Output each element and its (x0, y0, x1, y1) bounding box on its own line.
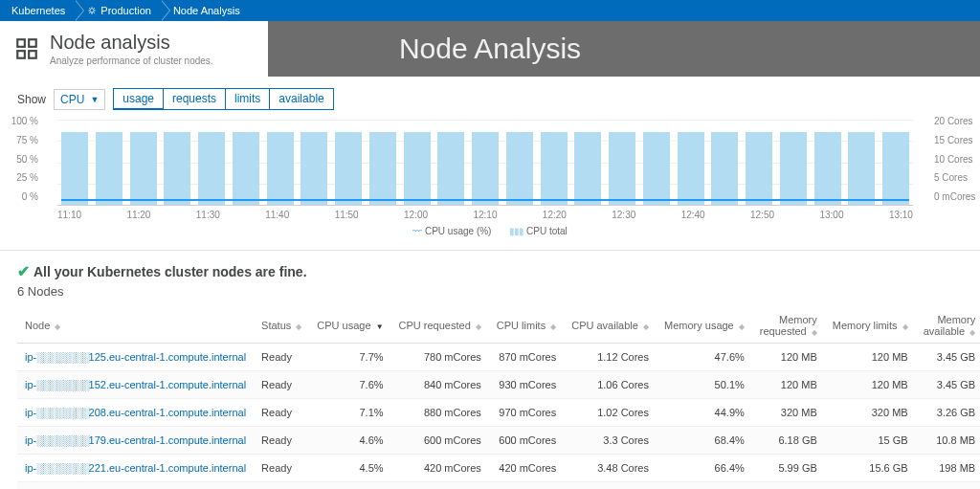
chart-bars (61, 120, 909, 205)
col-memory-usage[interactable]: Memory usage ◆ (657, 308, 752, 344)
col-memory-requested[interactable]: Memoryrequested ◆ (752, 308, 825, 344)
cpu-lim-cell: 680 mCores (489, 482, 564, 490)
x-tick: 12:20 (543, 210, 567, 220)
tab-usage[interactable]: usage (114, 89, 164, 110)
check-icon: ✔ (17, 262, 30, 280)
bar-series-icon: ▮▮▮ (509, 226, 523, 236)
cpu-usage-cell: 7.6% (309, 371, 390, 399)
cpu-req-cell: 600 mCores (391, 427, 489, 455)
crumb-node-analysis[interactable]: Node Analysis (169, 0, 250, 21)
breadcrumb: Kubernetes ⛭ Production Node Analysis (0, 0, 980, 21)
col-cpu-requested[interactable]: CPU requested ◆ (391, 308, 489, 344)
col-memory-available[interactable]: Memoryavailable ◆ (916, 308, 980, 344)
status-cell: Ready (254, 344, 309, 371)
node-link[interactable]: ip-░░░░░░░░208.eu-central-1.compute.inte… (25, 407, 246, 418)
chart-bar (746, 132, 772, 205)
y-right-tick: 15 Cores (934, 135, 980, 145)
x-tick: 13:10 (889, 210, 913, 220)
table-row: ip-░░░░░░░░125.eu-central-1.compute.inte… (17, 344, 980, 371)
tab-requests[interactable]: requests (164, 89, 226, 109)
cpu-lim-cell: 420 mCores (489, 455, 564, 482)
mem-usage-cell: 50.1% (657, 371, 752, 399)
mem-lim-cell: 15 GB (825, 427, 916, 455)
chart-bar (609, 132, 635, 205)
page-subtitle: Analyze performance of cluster nodes. (50, 56, 213, 66)
chart-bar (506, 132, 533, 205)
chart-bar (780, 132, 807, 205)
cpu-usage-cell: 7.7% (309, 344, 390, 371)
chart-bar (882, 132, 909, 205)
x-tick: 12:00 (404, 210, 428, 220)
table-row: ip-░░░░░░░░152.eu-central-1.compute.inte… (17, 371, 980, 399)
col-status[interactable]: Status ◆ (254, 308, 309, 344)
tab-limits[interactable]: limits (226, 89, 270, 109)
chart-bar (472, 132, 499, 205)
status-cell: Ready (254, 399, 309, 427)
y-left-tick: 50 % (0, 154, 38, 165)
node-name-cell: ip-░░░░░░░░152.eu-central-1.compute.inte… (17, 371, 254, 399)
crumb-production[interactable]: ⛭ Production (83, 0, 161, 21)
y-right-tick: 0 mCores (934, 191, 980, 202)
cpu-req-cell: 880 mCores (391, 399, 489, 427)
x-axis: 11:1011:2011:3011:4011:5012:0012:1012:20… (57, 210, 913, 220)
svg-rect-1 (29, 39, 36, 47)
x-tick: 12:30 (612, 210, 635, 220)
mem-lim-cell: 120 MB (825, 344, 916, 371)
redacted-segment: ░░░░░░░░ (36, 462, 88, 474)
cpu-avail-cell: 3.22 Cores (564, 482, 657, 490)
col-cpu-limits[interactable]: CPU limits ◆ (489, 308, 564, 344)
chart-line-series (61, 199, 909, 201)
cpu-avail-cell: 3.48 Cores (564, 455, 657, 482)
crumb-kubernetes[interactable]: Kubernetes (8, 0, 75, 21)
chart-area: 100 %75 %50 %25 %0 % 20 Cores15 Cores10 … (0, 116, 980, 238)
col-node[interactable]: Node ◆ (17, 308, 254, 344)
col-memory-limits[interactable]: Memory limits ◆ (825, 308, 916, 344)
chart-legend: 〰 CPU usage (%) ▮▮▮ CPU total (17, 226, 963, 236)
mem-usage-cell: 44.9% (657, 399, 752, 427)
node-link[interactable]: ip-░░░░░░░░221.eu-central-1.compute.inte… (25, 462, 246, 474)
status-cell: Ready (254, 455, 309, 482)
mem-req-cell: 120 MB (752, 344, 825, 371)
chart-bar (437, 132, 464, 205)
chevron-right-icon (75, 0, 83, 21)
x-tick: 13:00 (819, 210, 843, 220)
chart-bar (541, 132, 568, 205)
node-analysis-icon (13, 35, 40, 62)
node-link[interactable]: ip-░░░░░░░░179.eu-central-1.compute.inte… (25, 434, 246, 446)
cpu-avail-cell: 1.02 Cores (564, 399, 657, 427)
mem-avail-cell: 161 MB (916, 482, 980, 490)
status-cell: Ready (254, 371, 309, 399)
node-link[interactable]: ip-░░░░░░░░125.eu-central-1.compute.inte… (25, 351, 246, 363)
status-message: All your Kubernetes cluster nodes are fi… (33, 264, 307, 279)
chart-bar (130, 132, 157, 205)
node-link[interactable]: ip-░░░░░░░░152.eu-central-1.compute.inte… (25, 379, 246, 390)
mem-lim-cell: 15.6 GB (825, 455, 916, 482)
tab-available[interactable]: available (270, 89, 332, 109)
x-tick: 12:40 (681, 210, 705, 220)
x-tick: 12:10 (473, 210, 497, 220)
col-cpu-available[interactable]: CPU available ◆ (564, 308, 657, 344)
mem-avail-cell: 3.26 GB (916, 399, 980, 427)
mem-req-cell: 120 MB (752, 371, 825, 399)
x-tick: 12:50 (750, 210, 774, 220)
mem-req-cell: 6.18 GB (752, 427, 825, 455)
metric-select-value: CPU (60, 93, 84, 106)
x-tick: 11:10 (57, 210, 81, 220)
chart-bar (233, 132, 259, 205)
mem-usage-cell: 47.6% (657, 344, 752, 371)
mem-lim-cell: 320 MB (825, 399, 916, 427)
header-overlay-title: Node Analysis (399, 33, 581, 65)
table-row: ip-░░░░░░░░221.eu-central-1.compute.inte… (17, 455, 980, 482)
metric-select[interactable]: CPU ▼ (54, 89, 105, 110)
cpu-lim-cell: 600 mCores (489, 427, 564, 455)
y-right-tick: 20 Cores (934, 116, 980, 126)
redacted-segment: ░░░░░░░░ (36, 407, 88, 418)
status-cell: Ready (254, 482, 309, 490)
chart-bar (678, 132, 704, 205)
y-right-tick: 5 Cores (934, 172, 980, 183)
cpu-avail-cell: 3.3 Cores (564, 427, 657, 455)
chart-bar (574, 132, 601, 205)
table-row: ip-░░░░░░░░208.eu-central-1.compute.inte… (17, 399, 980, 427)
col-cpu-usage[interactable]: CPU usage ▼ (309, 308, 390, 344)
mem-avail-cell: 10.8 MB (916, 427, 980, 455)
